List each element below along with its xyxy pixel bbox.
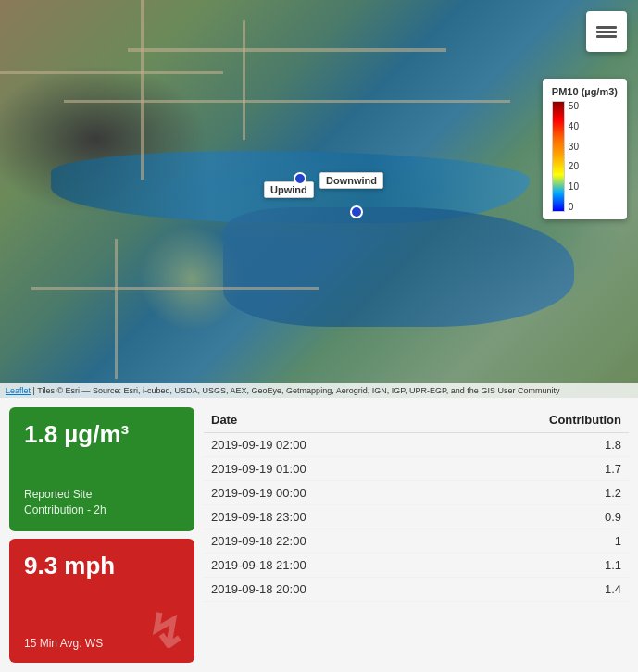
road <box>64 100 510 103</box>
road <box>243 20 245 140</box>
cell-value: 1.2 <box>441 481 629 505</box>
wind-subtitle: 15 Min Avg. WS <box>24 637 180 650</box>
table-row: 2019-09-18 22:00 1 <box>204 529 629 554</box>
bottom-section: 1.8 µg/m³ Reported SiteContribution - 2h… <box>0 398 638 672</box>
upwind-dot <box>294 172 306 185</box>
col-contribution-header: Contribution <box>441 407 629 433</box>
legend-labels: 50 40 30 20 10 0 <box>569 101 579 212</box>
cell-value: 1.4 <box>441 578 629 602</box>
cell-date: 2019-09-18 23:00 <box>204 505 441 529</box>
layer-icon-line2 <box>596 31 617 33</box>
legend-label-40: 40 <box>569 121 579 131</box>
cell-value: 1 <box>441 529 629 554</box>
upwind-marker[interactable]: Upwind <box>264 181 314 198</box>
downwind-marker[interactable]: Downwind <box>319 172 383 189</box>
map-water-channel <box>223 207 574 327</box>
road <box>115 239 118 379</box>
downwind-label: Downwind <box>319 172 383 189</box>
upwind-label: Upwind <box>264 181 314 198</box>
cell-date: 2019-09-18 22:00 <box>204 529 441 554</box>
contribution-subtitle: Reported SiteContribution - 2h <box>24 487 180 518</box>
table-row: 2019-09-18 21:00 1.1 <box>204 554 629 578</box>
cell-value: 1.8 <box>441 433 629 457</box>
legend-gradient: 50 40 30 20 10 0 <box>552 101 618 212</box>
table-header-row: Date Contribution <box>204 407 629 433</box>
attribution-text: | Tiles © Esri — Source: Esri, i-cubed, … <box>33 386 560 395</box>
legend-color-bar <box>552 101 565 212</box>
road <box>31 287 319 290</box>
layer-icon-line1 <box>596 26 617 29</box>
cell-date: 2019-09-19 01:00 <box>204 457 441 481</box>
cell-date: 2019-09-18 21:00 <box>204 554 441 578</box>
contribution-value: 1.8 µg/m³ <box>24 420 180 449</box>
table-row: 2019-09-19 02:00 1.8 <box>204 433 629 457</box>
cell-value: 1.1 <box>441 554 629 578</box>
legend-label-10: 10 <box>569 181 579 192</box>
contribution-card: 1.8 µg/m³ Reported SiteContribution - 2h <box>9 407 194 531</box>
road <box>0 71 223 74</box>
data-table-container[interactable]: Date Contribution 2019-09-19 02:00 1.8 2… <box>204 407 629 663</box>
cards-column: 1.8 µg/m³ Reported SiteContribution - 2h… <box>9 407 194 663</box>
cell-value: 0.9 <box>441 505 629 529</box>
contribution-table: Date Contribution 2019-09-19 02:00 1.8 2… <box>204 407 629 602</box>
wind-card: 9.3 mph 15 Min Avg. WS ↯ <box>9 539 194 663</box>
map-legend: PM10 (µg/m3) 50 40 30 20 10 0 <box>543 79 627 219</box>
table-row: 2019-09-18 20:00 1.4 <box>204 578 629 602</box>
col-date-header: Date <box>204 407 441 433</box>
cell-date: 2019-09-19 02:00 <box>204 433 441 457</box>
cell-value: 1.7 <box>441 457 629 481</box>
cell-date: 2019-09-19 00:00 <box>204 481 441 505</box>
wind-value: 9.3 mph <box>24 552 180 580</box>
layer-icon-line3 <box>596 35 617 38</box>
leaflet-link[interactable]: Leaflet <box>6 386 31 395</box>
legend-title: PM10 (µg/m3) <box>552 86 618 97</box>
table-row: 2019-09-19 00:00 1.2 <box>204 481 629 505</box>
layer-button[interactable] <box>586 11 627 52</box>
table-row: 2019-09-19 01:00 1.7 <box>204 457 629 481</box>
table-row: 2019-09-18 23:00 0.9 <box>204 505 629 529</box>
map-attribution: Leaflet | Tiles © Esri — Source: Esri, i… <box>0 383 638 398</box>
legend-label-20: 20 <box>569 161 579 171</box>
legend-label-0: 0 <box>569 202 579 212</box>
road <box>128 48 447 52</box>
map-container: PM10 (µg/m3) 50 40 30 20 10 0 Upwind Dow… <box>0 0 638 398</box>
road <box>141 0 144 180</box>
downwind-dot <box>350 205 363 218</box>
legend-label-50: 50 <box>569 101 579 111</box>
legend-label-30: 30 <box>569 142 579 152</box>
cell-date: 2019-09-18 20:00 <box>204 578 441 602</box>
